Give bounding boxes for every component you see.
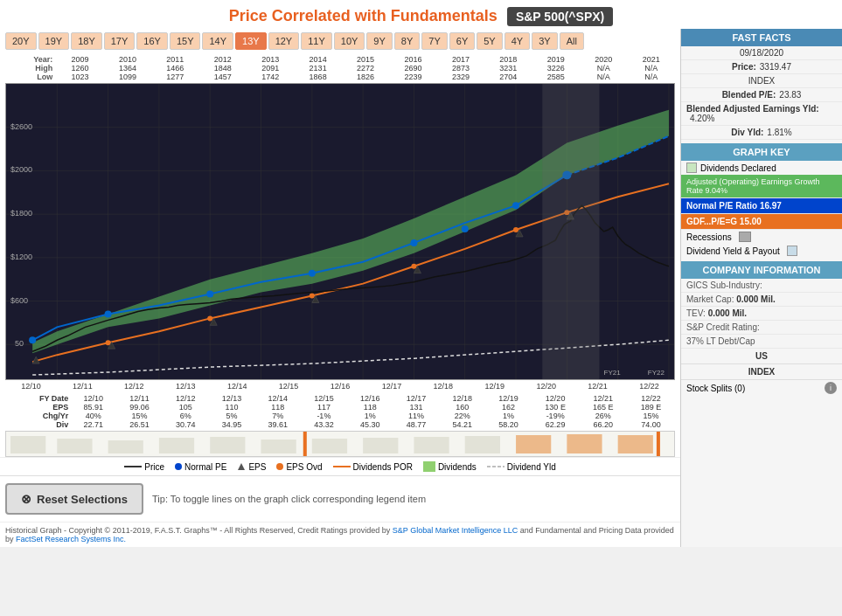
eps-label: EPS — [5, 403, 70, 412]
time-btn-18y[interactable]: 18Y — [71, 32, 102, 50]
legend-dividends-por[interactable]: Dividends POR — [333, 462, 413, 472]
svg-rect-54 — [108, 440, 143, 453]
time-btn-15y[interactable]: 15Y — [170, 32, 201, 50]
svg-rect-55 — [159, 438, 194, 453]
time-btn-4y[interactable]: 4Y — [505, 32, 530, 50]
earnings-label: Blended Adjusted Earnings Yld: — [686, 104, 819, 114]
year-2014: 2014 — [294, 55, 341, 64]
time-btn-10y[interactable]: 10Y — [334, 32, 365, 50]
legend-eps-ovd-label: EPS Ovd — [286, 462, 322, 472]
right-panel: FAST FACTS 09/18/2020 Price: 3319.47 IND… — [680, 29, 842, 547]
fast-facts-header: FAST FACTS — [681, 29, 842, 46]
mktcap-row: Market Cap: 0.000 Mil. — [681, 293, 842, 307]
x-label-7: 12/16 — [331, 382, 351, 391]
time-btn-9y[interactable]: 9Y — [366, 32, 392, 50]
gics-row: GICS Sub-Industry: — [681, 279, 842, 293]
graph-key-dividends: Dividends Declared — [681, 161, 842, 175]
svg-point-33 — [512, 202, 519, 209]
x-label-12: 12/21 — [588, 382, 608, 391]
recessions-label: Recessions — [686, 232, 732, 242]
sp-global-link[interactable]: S&P Global Market Intelligence LLC — [393, 526, 518, 535]
credit-label: S&P Credit Rating: — [686, 322, 760, 332]
stock-splits-row: Stock Splits (0) i — [681, 380, 842, 396]
svg-point-38 — [411, 264, 416, 269]
svg-point-28 — [105, 310, 112, 317]
factset-link[interactable]: FactSet Research Systems Inc. — [16, 535, 126, 543]
legend-eps[interactable]: EPS — [237, 462, 266, 472]
mktcap-value: 0.000 Mil. — [736, 294, 775, 304]
content-area: 20Y 19Y 18Y 17Y 16Y 15Y 14Y 13Y 12Y 11Y … — [0, 29, 842, 547]
year-2013: 2013 — [247, 55, 294, 64]
chart-area: $2600 $2000 $1800 $1200 $600 50 — [5, 83, 675, 380]
time-buttons-bar: 20Y 19Y 18Y 17Y 16Y 15Y 14Y 13Y 12Y 11Y … — [0, 29, 680, 53]
x-label-5: 12/14 — [227, 382, 247, 391]
debt-row: 37% LT Debt/Cap — [681, 335, 842, 349]
legend-dividend-yld[interactable]: Dividend Yld — [487, 462, 556, 472]
gics-label: GICS Sub-Industry: — [686, 280, 762, 290]
recessions-box — [739, 232, 751, 242]
time-btn-20y[interactable]: 20Y — [5, 32, 37, 50]
svg-point-31 — [410, 239, 417, 246]
tev-row: TEV: 0.000 Mil. — [681, 307, 842, 321]
svg-rect-62 — [516, 435, 551, 453]
fact-price: Price: 3319.47 — [681, 60, 842, 74]
legend-eps-ovd[interactable]: EPS Ovd — [276, 462, 322, 472]
mktcap-label: Market Cap: — [686, 294, 734, 304]
fact-date: 09/18/2020 — [681, 46, 842, 60]
reset-selections-button[interactable]: ⊗ Reset Selections — [5, 483, 143, 515]
svg-rect-56 — [210, 437, 245, 453]
x-axis-labels: 12/10 12/11 12/12 12/13 12/14 12/15 12/1… — [0, 380, 680, 392]
time-btn-5y[interactable]: 5Y — [477, 32, 502, 50]
time-btn-13y[interactable]: 13Y — [235, 32, 267, 50]
time-btn-12y[interactable]: 12Y — [268, 32, 300, 50]
copyright-bar: Historical Graph - Copyright © 2011-2019… — [0, 522, 680, 547]
div-yield-checkbox[interactable] — [787, 246, 797, 256]
svg-rect-52 — [10, 436, 45, 453]
legend-normal-pe[interactable]: Normal PE — [175, 462, 226, 472]
fact-div-yld: Div Yld: 1.81% — [681, 126, 842, 140]
stock-splits-label: Stock Splits (0) — [686, 384, 745, 393]
time-btn-14y[interactable]: 14Y — [202, 32, 233, 50]
time-btn-16y[interactable]: 16Y — [136, 32, 168, 50]
svg-text:FY21: FY21 — [604, 369, 622, 377]
time-btn-17y[interactable]: 17Y — [104, 32, 136, 50]
x-label-1: 12/10 — [21, 382, 41, 391]
fact-pe: Blended P/E: 23.83 — [681, 88, 842, 102]
reset-icon: ⊗ — [21, 492, 31, 506]
stock-splits-info-icon[interactable]: i — [825, 382, 837, 394]
legend-price[interactable]: Price — [124, 462, 164, 472]
svg-rect-72 — [423, 461, 435, 472]
time-btn-3y[interactable]: 3Y — [532, 32, 557, 50]
svg-text:$2600: $2600 — [10, 122, 32, 131]
dividends-label: Dividends Declared — [700, 163, 776, 173]
svg-point-68 — [175, 463, 182, 470]
dividends-checkbox[interactable] — [686, 163, 697, 173]
time-btn-all[interactable]: All — [560, 32, 584, 50]
year-data-table: Year: 2009 2010 2011 2012 2013 2014 2015… — [0, 53, 680, 83]
tev-value: 0.000 Mil. — [708, 308, 747, 318]
price-value: 3319.47 — [760, 62, 791, 72]
tev-label: TEV: — [686, 308, 706, 318]
time-btn-11y[interactable]: 11Y — [301, 32, 332, 50]
normal-pe-label: Normal P/E Ratio 16.97 — [686, 201, 782, 211]
time-btn-19y[interactable]: 19Y — [38, 32, 70, 50]
svg-text:$1200: $1200 — [10, 253, 32, 261]
x-label-11: 12/20 — [536, 382, 556, 391]
reset-bar: ⊗ Reset Selections Tip: To toggle lines … — [0, 475, 680, 522]
low-label: Low — [5, 73, 56, 81]
x-label-2: 12/11 — [73, 382, 93, 391]
year-label: Year: — [5, 55, 56, 64]
time-btn-6y[interactable]: 6Y — [449, 32, 475, 50]
svg-point-29 — [206, 291, 213, 298]
price-label: Price: — [732, 62, 756, 72]
time-btn-8y[interactable]: 8Y — [394, 32, 420, 50]
legend-dividends-label: Dividends — [438, 462, 477, 472]
legend-dividends[interactable]: Dividends — [423, 461, 477, 472]
svg-rect-53 — [57, 439, 92, 453]
svg-text:50: 50 — [15, 339, 24, 348]
left-panel: 20Y 19Y 18Y 17Y 16Y 15Y 14Y 13Y 12Y 11Y … — [0, 29, 680, 547]
svg-rect-64 — [618, 435, 653, 453]
year-2020: 2020 — [580, 55, 627, 64]
time-btn-7y[interactable]: 7Y — [421, 32, 447, 50]
gdf-label: GDF...P/E=G 15.00 — [686, 217, 762, 226]
